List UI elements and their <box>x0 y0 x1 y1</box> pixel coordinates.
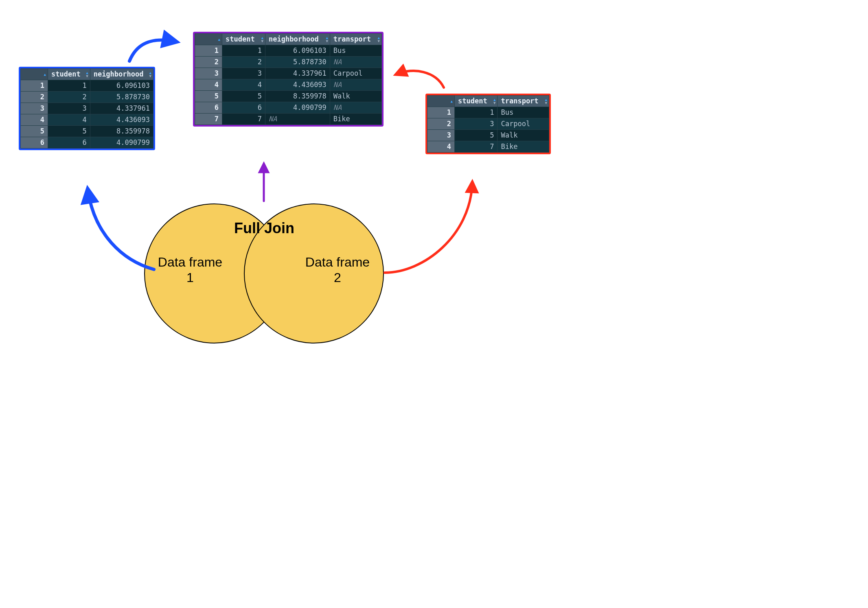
table-row: 116.096103Bus <box>195 45 382 57</box>
table-row: 11Bus <box>427 107 549 118</box>
sort-down-icon: ▼ <box>545 101 547 105</box>
arrow-venn-to-df2 <box>385 183 472 273</box>
sort-down-icon: ▼ <box>86 74 88 78</box>
df1-col-student: student▲▼ <box>48 69 90 80</box>
df1-table: ▲ student▲▼ neighborhood▲▼ 116.096103 22… <box>20 68 153 149</box>
data-frame-2: ▲ student▲▼ transport▲▼ 11Bus 23Carpool … <box>425 94 551 154</box>
result-col-neighborhood: neighborhood▲▼ <box>265 34 330 45</box>
table-row: 334.337961 <box>21 103 153 114</box>
table-row: 558.359978Walk <box>195 91 382 102</box>
df2-col-student: student▲▼ <box>455 96 498 107</box>
result-data-frame: ▲ student▲▼ neighborhood▲▼ transport▲▼ 1… <box>193 32 384 127</box>
sort-down-icon: ▼ <box>326 39 328 43</box>
sort-down-icon: ▼ <box>378 39 380 43</box>
table-row: 116.096103 <box>21 80 153 92</box>
sort-down-icon: ▼ <box>261 39 263 43</box>
sort-down-icon: ▼ <box>493 101 495 105</box>
sort-down-icon: ▼ <box>149 74 151 78</box>
df2-index-header: ▲ <box>427 96 455 107</box>
table-row: 444.436093NA <box>195 79 382 91</box>
table-row: 334.337961Carpool <box>195 68 382 79</box>
full-join-title: Full Join <box>215 220 313 237</box>
result-col-student: student▲▼ <box>222 34 265 45</box>
data-frame-1: ▲ student▲▼ neighborhood▲▼ 116.096103 22… <box>19 67 155 150</box>
table-row: 47Bike <box>427 141 549 153</box>
table-row: 225.878730 <box>21 92 153 103</box>
arrow-df1-to-result <box>129 40 175 61</box>
venn-label-df1: Data frame 1 <box>153 254 227 286</box>
table-row: 444.436093 <box>21 114 153 126</box>
sort-up-icon: ▲ <box>218 38 220 41</box>
table-row: 23Carpool <box>427 118 549 130</box>
table-row: 558.359978 <box>21 126 153 137</box>
df2-col-transport: transport▲▼ <box>498 96 549 107</box>
table-row: 77NABike <box>195 114 382 125</box>
df1-body: 116.096103 225.878730 334.337961 444.436… <box>21 80 153 149</box>
arrow-df2-to-result <box>397 71 444 87</box>
venn-label-df2: Data frame 2 <box>301 254 374 286</box>
df2-table: ▲ student▲▼ transport▲▼ 11Bus 23Carpool … <box>427 95 549 153</box>
df2-body: 11Bus 23Carpool 35Walk 47Bike <box>427 107 549 153</box>
result-index-header: ▲ <box>195 34 222 45</box>
result-table: ▲ student▲▼ neighborhood▲▼ transport▲▼ 1… <box>195 33 382 125</box>
sort-up-icon: ▲ <box>44 73 46 76</box>
table-row: 664.090799 <box>21 137 153 149</box>
sort-up-icon: ▲ <box>451 100 453 103</box>
diagram-canvas: ▲ student▲▼ neighborhood▲▼ 116.096103 22… <box>0 0 608 426</box>
venn-diagram: Full Join Data frame 1 Data frame 2 <box>144 163 388 358</box>
result-col-transport: transport▲▼ <box>330 34 381 45</box>
result-body: 116.096103Bus 225.878730NA 334.337961Car… <box>195 45 382 125</box>
df1-col-neighborhood: neighborhood▲▼ <box>90 69 153 80</box>
table-row: 35Walk <box>427 130 549 141</box>
table-row: 225.878730NA <box>195 57 382 68</box>
table-row: 664.090799NA <box>195 102 382 114</box>
df1-index-header: ▲ <box>21 69 48 80</box>
